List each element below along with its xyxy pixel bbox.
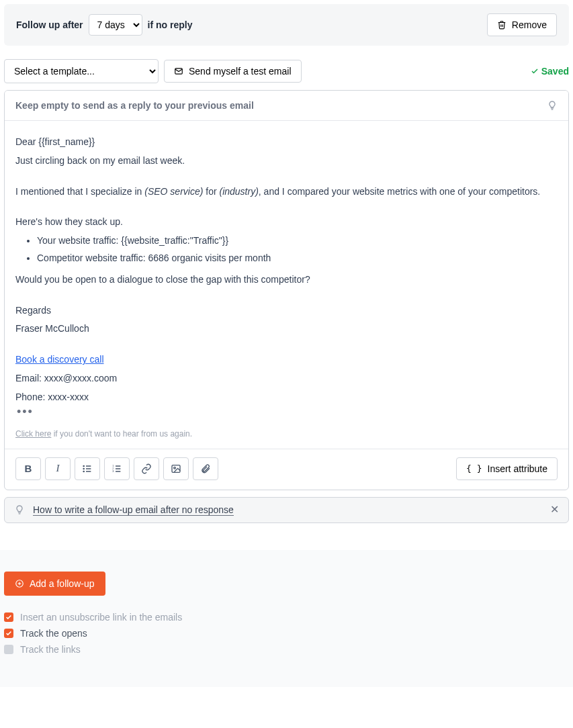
envelope-icon (174, 66, 183, 76)
lightbulb-icon (14, 504, 25, 515)
bold-icon: B (25, 463, 32, 474)
italic-button[interactable]: I (45, 457, 71, 480)
paragraph1: I mentioned that I specialize in (SEO se… (15, 184, 558, 200)
send-test-email-button[interactable]: Send myself a test email (164, 60, 302, 83)
followup-days-select[interactable]: 7 days (89, 14, 142, 36)
braces-icon: { } (466, 463, 482, 473)
checkbox-icon (4, 629, 13, 638)
insert-attribute-label: Insert attribute (488, 463, 548, 474)
image-button[interactable] (163, 457, 189, 480)
ordered-list-button[interactable]: 123 (104, 457, 130, 480)
unsub-click-here[interactable]: Click here (15, 429, 51, 439)
italic-icon: I (56, 463, 60, 474)
unordered-list-button[interactable] (75, 457, 100, 480)
attachment-button[interactable] (193, 457, 218, 480)
svg-text:3: 3 (112, 469, 114, 473)
followup-left-group: Follow up after 7 days if no reply (16, 14, 192, 36)
subject-placeholder: Keep empty to send as a reply to your pr… (15, 100, 254, 111)
add-followup-label: Add a follow-up (30, 578, 95, 589)
checkbox-icon (4, 612, 13, 622)
line5: Would you be open to a dialogue to close… (15, 272, 558, 288)
lightbulb-icon[interactable] (547, 100, 558, 111)
followup-settings-bar: Follow up after 7 days if no reply Remov… (4, 4, 569, 46)
bold-button[interactable]: B (15, 457, 41, 480)
greeting-line: Dear {{first_name}} (15, 134, 558, 150)
tip-link[interactable]: How to write a follow-up email after no … (33, 504, 234, 516)
footer-section: Add a follow-up Insert an unsubscribe li… (0, 550, 573, 687)
signature-name: Fraser McCulloch (15, 321, 558, 337)
remove-button[interactable]: Remove (487, 13, 557, 36)
controls-row: Select a template... Send myself a test … (4, 59, 569, 83)
followup-prefix-label: Follow up after (16, 19, 83, 30)
paperclip-icon (200, 463, 211, 474)
plus-circle-icon (15, 579, 24, 588)
followup-suffix-label: if no reply (148, 19, 193, 30)
email-body[interactable]: Dear {{first_name}} Just circling back o… (5, 121, 568, 449)
saved-indicator: Saved (531, 66, 569, 77)
link-icon (141, 463, 152, 474)
email-line: Email: xxxx@xxxx.coom (15, 371, 558, 387)
unsubscribe-line: Click here if you don't want to hear fro… (15, 427, 558, 441)
checkbox-unsub-row[interactable]: Insert an unsubscribe link in the emails (4, 612, 569, 623)
insert-attribute-button[interactable]: { } Insert attribute (456, 457, 558, 480)
regards: Regards (15, 303, 558, 319)
line4: Here's how they stack up. (15, 214, 558, 230)
line2: Just circling back on my email last week… (15, 153, 558, 169)
numbered-list-icon: 123 (112, 463, 122, 474)
ellipsis-dots: ••• (15, 408, 558, 415)
checkbox-opens-row[interactable]: Track the opens (4, 628, 569, 639)
checkbox-opens-label: Track the opens (20, 628, 87, 639)
link-button[interactable] (134, 457, 159, 480)
svg-point-1 (83, 465, 84, 466)
check-icon (531, 67, 539, 75)
svg-point-5 (83, 471, 84, 471)
svg-point-14 (174, 467, 176, 469)
subject-row[interactable]: Keep empty to send as a reply to your pr… (5, 91, 568, 121)
checkbox-links-label: Track the links (20, 644, 81, 655)
email-editor-card: Keep empty to send as a reply to your pr… (4, 90, 569, 490)
checkbox-links-row[interactable]: Track the links (4, 644, 569, 655)
discovery-link[interactable]: Book a discovery call (15, 354, 104, 365)
remove-button-label: Remove (512, 19, 547, 30)
saved-label: Saved (541, 66, 569, 77)
svg-point-3 (83, 468, 84, 469)
checkbox-unsub-label: Insert an unsubscribe link in the emails (20, 612, 182, 623)
add-followup-button[interactable]: Add a follow-up (4, 572, 105, 596)
bullet-list-icon (82, 463, 93, 474)
close-tip-button[interactable]: ✕ (550, 504, 559, 515)
trash-icon (497, 20, 506, 30)
phone-line: Phone: xxxx-xxxx (15, 390, 558, 406)
bullet1: Your website traffic: {{website_traffic:… (37, 233, 558, 249)
editor-toolbar: B I 123 { } Insert attribute (5, 449, 568, 490)
template-select[interactable]: Select a template... (4, 59, 159, 83)
checkbox-icon (4, 645, 13, 654)
bullet2: Competitor website traffic: 6686 organic… (37, 251, 558, 267)
send-test-email-label: Send myself a test email (189, 66, 292, 77)
image-icon (171, 463, 181, 474)
tip-bar: How to write a follow-up email after no … (4, 497, 569, 523)
